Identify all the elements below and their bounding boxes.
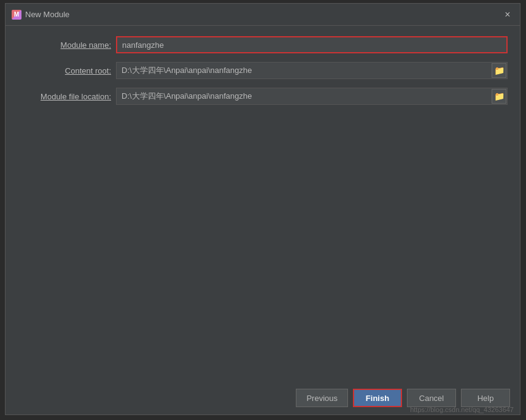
- module-file-row: Module file location: 📁: [18, 87, 508, 105]
- dialog-footer: Previous Finish Cancel Help https://blog…: [6, 381, 520, 414]
- spacer: [18, 113, 508, 372]
- folder-icon: 📁: [494, 66, 505, 75]
- module-name-row: Module name:: [18, 36, 508, 54]
- dialog-title: New Module: [25, 10, 69, 19]
- finish-button[interactable]: Finish: [353, 389, 402, 407]
- content-root-browse-button[interactable]: 📁: [492, 63, 506, 78]
- content-root-label: Content root:: [18, 66, 116, 75]
- module-file-browse-button[interactable]: 📁: [492, 89, 506, 104]
- watermark: https://blog.csdn.net/qq_43263647: [410, 406, 514, 413]
- dialog-content: Module name: Content root: 📁 Module file…: [6, 26, 520, 381]
- title-bar: M New Module ×: [6, 4, 520, 26]
- folder-icon-2: 📁: [494, 91, 505, 101]
- help-button[interactable]: Help: [461, 389, 510, 407]
- cancel-button[interactable]: Cancel: [407, 389, 456, 407]
- content-root-input-wrapper: 📁: [116, 62, 508, 79]
- module-file-input[interactable]: [116, 88, 508, 105]
- module-name-input[interactable]: [116, 36, 508, 53]
- close-button[interactable]: ×: [501, 9, 514, 21]
- module-file-input-wrapper: 📁: [116, 88, 508, 105]
- previous-button[interactable]: Previous: [296, 389, 348, 407]
- module-name-label: Module name:: [18, 40, 116, 50]
- app-icon: M: [12, 10, 21, 20]
- content-root-input[interactable]: [116, 62, 508, 79]
- title-bar-left: M New Module: [12, 10, 69, 20]
- module-file-label: Module file location:: [18, 92, 116, 101]
- dialog-window: M New Module × Module name: Content root…: [5, 3, 520, 415]
- module-name-input-wrapper: [116, 36, 508, 53]
- content-root-row: Content root: 📁: [18, 61, 508, 80]
